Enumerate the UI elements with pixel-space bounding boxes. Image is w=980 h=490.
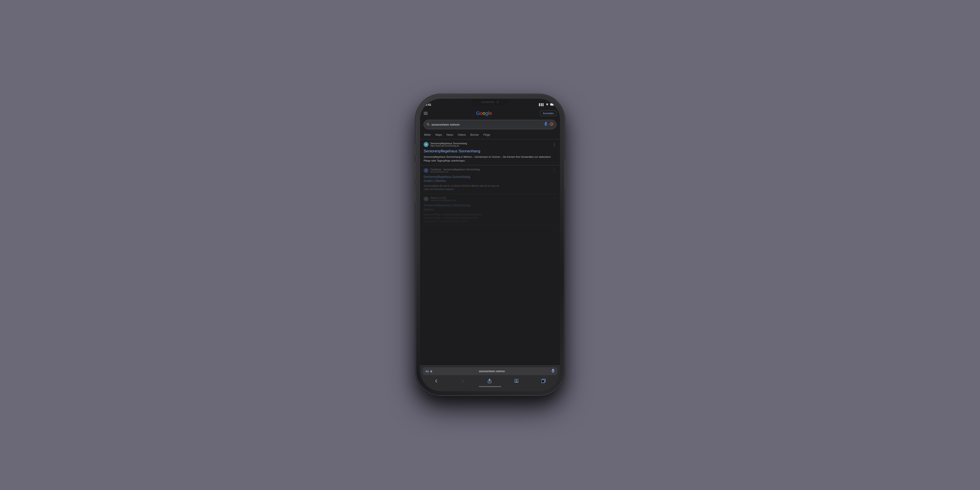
address-bar[interactable]: AA seniorenheim mehren: [423, 367, 557, 375]
result-site-name-1: Seniorenpflegehaus Sonnenhang: [430, 142, 467, 145]
bookmarks-button[interactable]: [512, 378, 521, 384]
blurred-favicon-2: f: [424, 168, 428, 173]
search-query: seniorenheim mehren: [431, 123, 542, 126]
blurred-favicon-3: S: [424, 196, 428, 201]
phone: 9:41 ▌▌▌: [416, 95, 564, 395]
svg-rect-2: [554, 104, 555, 105]
result-more-button-1[interactable]: ⋮: [552, 142, 556, 147]
blurred-source-left-3: S Mehren in Öst... www.seniorenpflegehau…: [424, 196, 456, 201]
wifi-icon: [546, 103, 549, 106]
battery-icon: [550, 103, 555, 106]
lens-search-icon[interactable]: [549, 122, 554, 127]
browser-content: 9:41 ▌▌▌: [420, 99, 560, 391]
blurred-site-name-3: Mehren in Öst...: [430, 196, 456, 199]
home-indicator: [423, 385, 557, 389]
tab-bilder[interactable]: Bilder: [422, 132, 433, 138]
result-description-1: Seniorenpflegehaus Sonnenhang in Mehren …: [424, 155, 556, 163]
notch: [472, 99, 508, 105]
phone-screen: 9:41 ▌▌▌: [420, 99, 560, 391]
blurred-desc-2: Seniorenpflege die nah ist. Im kleinen D…: [424, 184, 556, 191]
forward-button[interactable]: [458, 378, 467, 384]
share-button[interactable]: [485, 378, 494, 384]
blurred-source-2: f Facebook · Seniorenpflegehaus Sonnenha…: [424, 168, 556, 173]
status-icons: ▌▌▌: [539, 103, 555, 106]
blurred-site-url-2: de-de.facebook.com: [430, 171, 480, 173]
svg-rect-11: [430, 371, 432, 372]
aa-button[interactable]: AA: [425, 370, 429, 373]
address-text[interactable]: seniorenheim mehren: [434, 370, 550, 373]
search-bar-container: seniorenheim mehren: [420, 118, 560, 131]
blurred-site-info-2: Facebook · Seniorenpflegehaus Sonnenhang…: [430, 168, 480, 173]
tab-maps[interactable]: Maps: [433, 132, 444, 138]
result-favicon-1: S: [424, 142, 428, 147]
power-button[interactable]: [564, 160, 566, 189]
speaker: [481, 101, 495, 103]
result-card-1[interactable]: S Seniorenpflegehaus Sonnenhang https://…: [420, 139, 560, 165]
status-time: 9:41: [425, 103, 431, 106]
tab-buecher[interactable]: Bücher: [468, 132, 481, 138]
volume-silent-button[interactable]: [414, 144, 416, 155]
volume-down-button[interactable]: [414, 184, 416, 203]
tabs-button[interactable]: [539, 378, 548, 384]
sign-in-button[interactable]: Anmelden: [540, 111, 556, 116]
blurred-site-name-2: Facebook · Seniorenpflegehaus Sonnenhang: [430, 168, 480, 171]
svg-rect-12: [552, 369, 554, 371]
blurred-results: f Facebook · Seniorenpflegehaus Sonnenha…: [420, 165, 560, 226]
blurred-more-button-2: ⋮: [552, 168, 556, 173]
menu-icon[interactable]: [424, 112, 428, 115]
blurred-source-3: S Mehren in Öst... www.seniorenpflegehau…: [424, 196, 556, 201]
result-title-1[interactable]: Seniorenpflegehaus Sonnenhang: [424, 149, 556, 154]
blurred-title-2: Seniorenpflegehaus Sonnenhang GmbH | Meh…: [424, 175, 556, 183]
tab-news[interactable]: News: [444, 132, 455, 138]
result-source-left-1: S Seniorenpflegehaus Sonnenhang https://…: [424, 142, 467, 147]
signal-icon: ▌▌▌: [539, 103, 544, 106]
blurred-more-button-3: ⋮: [552, 196, 556, 201]
back-button[interactable]: [432, 378, 441, 384]
blurred-site-url-3: www.seniorenpflegehaus..de: [430, 199, 456, 201]
blurred-source-left-2: f Facebook · Seniorenpflegehaus Sonnenha…: [424, 168, 480, 173]
blurred-result-2: f Facebook · Seniorenpflegehaus Sonnenha…: [420, 165, 560, 194]
home-bar: [479, 386, 501, 387]
result-site-url-1: https://www.sph-sonnenhang.de: [430, 145, 467, 147]
svg-rect-3: [550, 104, 554, 105]
svg-point-10: [551, 123, 552, 125]
google-logo: Google: [476, 110, 492, 116]
svg-rect-17: [541, 380, 544, 383]
browser-bottom: AA seniorenheim mehren: [420, 365, 560, 391]
svg-line-5: [429, 125, 430, 126]
results-area: S Seniorenpflegehaus Sonnenhang https://…: [420, 139, 560, 365]
search-icon: [426, 123, 430, 126]
blurred-title-3: Seniorenpflegehaus Sonnenhang Mehren: [424, 203, 556, 211]
result-source-1: S Seniorenpflegehaus Sonnenhang https://…: [424, 142, 556, 147]
tab-fluege[interactable]: Flüge: [481, 132, 492, 138]
search-bar[interactable]: seniorenheim mehren: [424, 120, 556, 129]
result-site-info-1: Seniorenpflegehaus Sonnenhang https://ww…: [430, 142, 467, 147]
blurred-desc-3: Stationäre Pflege. Seniorenpflegehaus So…: [424, 213, 556, 223]
google-header: Google Anmelden: [420, 109, 560, 118]
volume-up-button[interactable]: [414, 162, 416, 180]
tab-videos[interactable]: Videos: [455, 132, 468, 138]
camera: [496, 101, 499, 104]
blurred-result-3: S Mehren in Öst... www.seniorenpflegehau…: [420, 194, 560, 226]
lock-icon: [430, 370, 433, 373]
svg-point-0: [547, 105, 547, 105]
address-mic-icon[interactable]: [552, 369, 555, 373]
search-tabs: Bilder Maps News Videos Bücher Flüge: [420, 131, 560, 139]
voice-search-icon[interactable]: [544, 122, 547, 127]
blurred-site-info-3: Mehren in Öst... www.seniorenpflegehaus.…: [430, 196, 456, 201]
svg-rect-6: [545, 122, 547, 124]
nav-bar: [423, 377, 557, 385]
